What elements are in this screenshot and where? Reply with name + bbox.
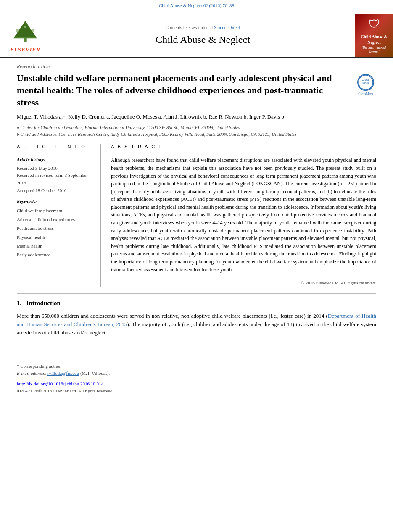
email-label: E-mail address: rvilloda@fiu.edu (M.T. V… (17, 371, 110, 376)
affiliation-b: b Child and Adolescent Services Research… (17, 131, 376, 138)
elsevier-logo: ELSEVIER (0, 14, 50, 57)
svg-point-4 (16, 29, 19, 32)
cover-image-box: 🛡 Child Abuse & Neglect The Internationa… (355, 14, 393, 57)
crossmark-badge: Cross Mark CrossMark (355, 74, 376, 96)
journal-main-title: Child Abuse & Neglect (50, 33, 355, 47)
article-title: Unstable child welfare permanent placeme… (17, 72, 347, 108)
authors-text: Miguel T. Villodas a,*, Kelly D. Cromer … (17, 113, 284, 120)
keyword-2: Adverse childhood experiences (17, 215, 96, 224)
page: Child Abuse & Neglect 62 (2016) 76–88 EL… (0, 0, 393, 532)
affiliations: a Center for Children and Families, Flor… (17, 124, 376, 138)
section-divider (17, 293, 376, 294)
keyword-6: Early adolescence (17, 250, 96, 259)
history-label: Article history: (17, 156, 96, 163)
copyright-line: © 2016 Elsevier Ltd. All rights reserved… (111, 277, 376, 286)
svg-text:Cross: Cross (362, 78, 370, 81)
affiliation-a: a Center for Children and Families, Flor… (17, 124, 376, 131)
journal-citation-text: Child Abuse & Neglect 62 (2016) 76–88 (159, 3, 234, 8)
introduction-section: 1. Introduction More than 650,000 childr… (17, 299, 376, 337)
elsevier-tree-icon (8, 19, 42, 44)
abstract-column: A B S T R A C T Although researchers hav… (111, 144, 376, 287)
elsevier-brand-text: ELSEVIER (10, 46, 40, 53)
doi-link[interactable]: http://dx.doi.org/10.1016/j.chiabu.2016.… (17, 381, 103, 386)
journal-header: ELSEVIER Contents lists available at Sci… (0, 11, 393, 58)
article-title-row: Unstable child welfare permanent placeme… (17, 72, 376, 108)
doi-line: http://dx.doi.org/10.1016/j.chiabu.2016.… (17, 381, 376, 387)
intro-text-before: More than 650,000 children and adolescen… (17, 313, 328, 319)
article-dates: Received 3 May 2016 Received in revised … (17, 165, 96, 194)
keywords-label: Keywords: (17, 198, 96, 205)
footer: * Corresponding author. E-mail address: … (17, 359, 376, 395)
svg-point-5 (32, 29, 34, 32)
journal-cover-image: 🛡 Child Abuse & Neglect The Internationa… (355, 14, 393, 57)
contents-available-text: Contents lists available at ScienceDirec… (50, 24, 355, 31)
article-info-column: A R T I C L E I N F O Article history: R… (17, 144, 101, 287)
email-link[interactable]: rvilloda@fiu.edu (47, 371, 79, 376)
journal-title-section: Contents lists available at ScienceDirec… (50, 14, 355, 57)
crossmark-label: CrossMark (358, 92, 373, 96)
footnote-corresponding: * Corresponding author. E-mail address: … (17, 363, 376, 377)
cover-title: Child Abuse & Neglect (358, 34, 390, 45)
abstract-heading: A B S T R A C T (111, 144, 376, 152)
keywords-list: Child welfare placement Adverse childhoo… (17, 206, 96, 259)
cover-subtitle: The International Journal (358, 46, 390, 55)
crossmark-icon: Cross Mark (357, 74, 374, 91)
article-info-abstract-section: A R T I C L E I N F O Article history: R… (17, 144, 376, 287)
article-history-group: Article history: Received 3 May 2016 Rec… (17, 156, 96, 194)
revised-date: Received in revised form 3 September 201… (17, 172, 96, 187)
journal-citation-bar: Child Abuse & Neglect 62 (2016) 76–88 (0, 0, 393, 11)
keyword-1: Child welfare placement (17, 206, 96, 215)
received-date: Received 3 May 2016 (17, 165, 96, 172)
sciencedirect-link[interactable]: ScienceDirect (214, 25, 240, 30)
intro-paragraph: More than 650,000 children and adolescen… (17, 312, 376, 337)
keyword-3: Posttraumatic stress (17, 224, 96, 233)
article-type-label: Research article (17, 63, 376, 70)
svg-text:Mark: Mark (362, 82, 369, 84)
abstract-text: Although researchers have found that chi… (111, 156, 376, 274)
article-info-heading: A R T I C L E I N F O (17, 144, 96, 152)
accepted-date: Accepted 18 October 2016 (17, 187, 96, 195)
svg-point-6 (24, 26, 26, 28)
issn-line: 0145-2134/© 2016 Elsevier Ltd. All right… (17, 388, 376, 394)
intro-heading: 1. Introduction (17, 299, 376, 308)
cover-icon: 🛡 (368, 17, 380, 32)
article-body: Research article Unstable child welfare … (0, 58, 393, 349)
keyword-5: Mental health (17, 242, 96, 250)
authors-list: Miguel T. Villodas a,*, Kelly D. Cromer … (17, 113, 376, 121)
keywords-group: Keywords: Child welfare placement Advers… (17, 198, 96, 259)
keyword-4: Physical health (17, 233, 96, 242)
